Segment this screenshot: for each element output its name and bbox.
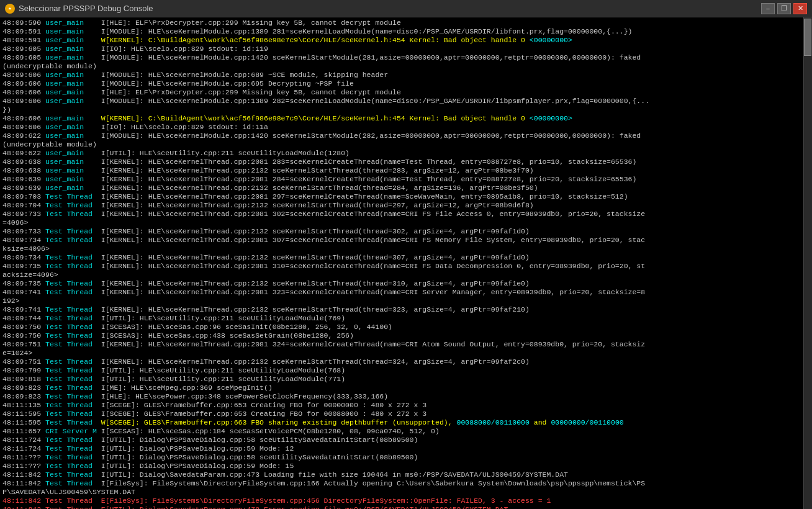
log-line: 48:09:733 Test Thread I[KERNEL]: HLE\sce… — [2, 227, 801, 236]
log-line: 48:09:744 Test Thread I[UTIL]: HLE\sceUt… — [2, 314, 801, 323]
title-bar-left: ★ Seleccionar PPSSPP Debug Console — [5, 4, 153, 14]
log-line: 48:09:591 user_main I[MODULE]: HLE\sceKe… — [2, 27, 801, 36]
log-line: 48:09:751 Test Thread I[KERNEL]: HLE\sce… — [2, 340, 801, 349]
log-line: 48:09:734 Test Thread I[KERNEL]: HLE\sce… — [2, 236, 801, 245]
log-line: 48:09:638 user_main I[KERNEL]: HLE\sceKe… — [2, 166, 801, 175]
log-line: 48:09:750 Test Thread I[SCESAS]: HLE\sce… — [2, 323, 801, 331]
log-line: 48:09:639 user_main I[KERNEL]: HLE\sceKe… — [2, 184, 801, 192]
log-line: 48:11:724 Test Thread I[UTIL]: Dialog\PS… — [2, 436, 801, 444]
log-line: 48:09:606 user_main I[MODULE]: HLE\sceKe… — [2, 71, 801, 79]
log-line: 48:09:735 Test Thread I[KERNEL]: HLE\sce… — [2, 262, 801, 271]
log-line: 48:09:735 Test Thread I[KERNEL]: HLE\sce… — [2, 279, 801, 288]
scrollbar-thumb[interactable] — [804, 19, 811, 56]
log-line: 48:11:135 Test Thread I[SCEGE]: GLES\Fra… — [2, 401, 801, 410]
scrollbar[interactable] — [803, 17, 812, 509]
log-line: (undecryptable module) — [2, 62, 801, 71]
log-line: 48:09:606 user_main I[HLE]: ELF\PrxDecry… — [2, 88, 801, 97]
log-line: 48:09:751 Test Thread I[KERNEL]: HLE\sce… — [2, 358, 801, 366]
log-line: 48:11:842 Test Thread E[UTIL]: Dialog\Sa… — [2, 505, 801, 509]
log-line: 48:11:657 CRI Server M I[SCESAS]: HLE\sc… — [2, 427, 801, 436]
log-line: 48:09:590 user_main I[HLE]: ELF\PrxDecry… — [2, 19, 801, 27]
log-line: 48:09:622 user_main I[UTIL]: HLE\sceUtil… — [2, 149, 801, 158]
log-line: 48:09:750 Test Thread I[SCESAS]: HLE\sce… — [2, 331, 801, 340]
log-line: 48:09:741 Test Thread I[KERNEL]: HLE\sce… — [2, 305, 801, 314]
log-line: 48:09:605 user_main I[MODULE]: HLE\sceKe… — [2, 53, 801, 62]
log-line: 48:11:595 Test Thread W[SCEGE]: GLES\Fra… — [2, 418, 801, 427]
log-line: 48:09:823 Test Thread I[HLE]: HLE\scePow… — [2, 392, 801, 401]
log-line: 48:11:??? Test Thread I[UTIL]: Dialog\PS… — [2, 453, 801, 462]
log-line: 48:09:606 user_main I[MODULE]: HLE\sceKe… — [2, 97, 801, 106]
log-line: 48:11:842 Test Thread I[UTIL]: Dialog\Sa… — [2, 471, 801, 479]
console-content: 48:09:590 user_main I[HLE]: ELF\PrxDecry… — [0, 17, 803, 509]
app-icon: ★ — [5, 4, 15, 14]
log-line: 48:09:605 user_main I[IO]: HLE\scelo.cpp… — [2, 45, 801, 53]
log-line: 48:11:??? Test Thread I[UTIL]: Dialog\PS… — [2, 462, 801, 471]
log-line: (undecryptable module) — [2, 140, 801, 149]
log-line: 48:09:823 Test Thread I[ME]: HLE\sceMpeg… — [2, 384, 801, 392]
log-line: 48:09:606 user_main W[KERNEL]: C:\BuildA… — [2, 114, 801, 123]
log-line: P\SAVEDATA\ULJS00459\SYSTEM.DAT — [2, 488, 801, 497]
log-line: 192> — [2, 297, 801, 305]
log-line: 48:09:799 Test Thread I[UTIL]: HLE\sceUt… — [2, 366, 801, 375]
log-line: e=1024> — [2, 349, 801, 358]
log-line: ksize=4096> — [2, 245, 801, 253]
title-bar: ★ Seleccionar PPSSPP Debug Console − ❐ ✕ — [0, 0, 812, 17]
log-line: =4096> — [2, 218, 801, 227]
log-line: 48:11:724 Test Thread I[UTIL]: Dialog\PS… — [2, 444, 801, 453]
log-line: 48:09:622 user_main I[MODULE]: HLE\sceKe… — [2, 132, 801, 140]
log-line: 48:09:818 Test Thread I[UTIL]: HLE\sceUt… — [2, 375, 801, 384]
log-line: 48:11:842 Test Thread E[FileSys]: FileSy… — [2, 497, 801, 505]
log-line: }) — [2, 106, 801, 114]
log-line: 48:11:595 Test Thread I[SCEGE]: GLES\Fra… — [2, 410, 801, 418]
close-button[interactable]: ✕ — [793, 3, 807, 14]
minimize-button[interactable]: − — [761, 3, 775, 14]
log-line: 48:09:591 user_main W[KERNEL]: C:\BuildA… — [2, 36, 801, 45]
log-line: acksize=4096> — [2, 271, 801, 279]
window-controls[interactable]: − ❐ ✕ — [761, 3, 807, 14]
log-line: 48:09:638 user_main I[KERNEL]: HLE\sceKe… — [2, 158, 801, 166]
log-line: 48:09:704 Test Thread I[KERNEL]: HLE\sce… — [2, 201, 801, 210]
log-line: 48:11:842 Test Thread I[FileSys]: FileSy… — [2, 479, 801, 488]
log-line: 48:09:606 user_main I[MODULE]: HLE\sceKe… — [2, 79, 801, 88]
log-line: 48:09:606 user_main I[IO]: HLE\scelo.cpp… — [2, 123, 801, 132]
log-line: 48:09:733 Test Thread I[KERNEL]: HLE\sce… — [2, 210, 801, 218]
log-line: 48:09:741 Test Thread I[KERNEL]: HLE\sce… — [2, 288, 801, 297]
log-line: 48:09:703 Test Thread I[KERNEL]: HLE\sce… — [2, 192, 801, 201]
window-title: Seleccionar PPSSPP Debug Console — [19, 4, 153, 13]
maximize-button[interactable]: ❐ — [777, 3, 791, 14]
log-line: 48:09:734 Test Thread I[KERNEL]: HLE\sce… — [2, 253, 801, 262]
log-line: 48:09:639 user_main I[KERNEL]: HLE\sceKe… — [2, 175, 801, 184]
console-area: 48:09:590 user_main I[HLE]: ELF\PrxDecry… — [0, 17, 812, 509]
